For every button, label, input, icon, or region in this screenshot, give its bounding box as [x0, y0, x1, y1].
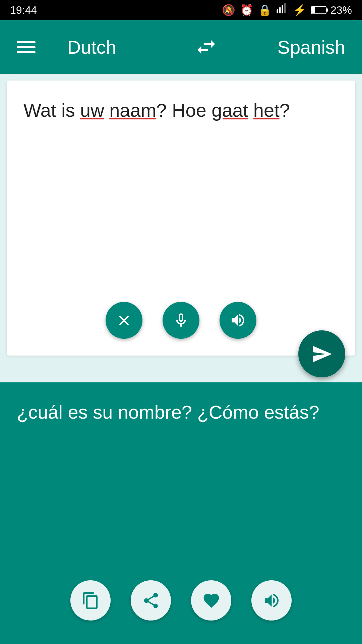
source-text[interactable]: Wat is uw naam? Hoe gaat het?	[7, 80, 355, 292]
status-icons: 🔕 ⏰ 🔒 ⚡ 23%	[222, 3, 352, 17]
word-uw: uw	[80, 100, 104, 121]
status-bar: 19:44 🔕 ⏰ 🔒 ⚡ 23%	[0, 0, 362, 20]
share-button[interactable]	[131, 580, 171, 621]
copy-button[interactable]	[70, 580, 111, 621]
translate-button[interactable]	[298, 330, 345, 377]
translation-panel: ¿cuál es su nombre? ¿Cómo estás?	[0, 382, 362, 644]
word-gaat: gaat	[212, 100, 248, 121]
time-display: 19:44	[10, 4, 37, 16]
signal-icon	[276, 3, 288, 17]
svg-rect-0	[277, 9, 278, 13]
svg-rect-5	[326, 8, 328, 12]
panels-wrapper: Wat is uw naam? Hoe gaat het?	[0, 74, 362, 644]
mute-icon: 🔕	[222, 4, 235, 16]
svg-rect-1	[279, 7, 281, 13]
svg-rect-2	[282, 5, 283, 13]
clear-button[interactable]	[106, 302, 142, 339]
translation-actions	[17, 574, 345, 631]
word-het: het	[253, 100, 280, 121]
lock-icon: 🔒	[258, 4, 272, 16]
battery-display: 23%	[311, 4, 352, 16]
svg-rect-3	[284, 3, 286, 13]
speak-translation-button[interactable]	[251, 580, 292, 621]
toolbar: Dutch Spanish	[0, 20, 362, 74]
battery-percent: 23%	[330, 4, 352, 16]
content-area: Wat is uw naam? Hoe gaat het?	[0, 74, 362, 644]
menu-button[interactable]	[17, 41, 36, 53]
translation-text: ¿cuál es su nombre? ¿Cómo estás?	[17, 399, 345, 574]
speak-source-button[interactable]	[220, 302, 256, 339]
alarm-icon: ⏰	[240, 4, 253, 16]
swap-languages-button[interactable]	[193, 34, 220, 60]
microphone-button[interactable]	[163, 302, 199, 339]
charging-icon: ⚡	[293, 4, 306, 16]
target-language-selector[interactable]: Spanish	[251, 36, 345, 58]
favorite-button[interactable]	[191, 580, 231, 621]
source-language-selector[interactable]: Dutch	[67, 36, 161, 58]
word-naam: naam	[109, 100, 156, 121]
svg-rect-6	[312, 7, 315, 13]
source-panel: Wat is uw naam? Hoe gaat het?	[7, 80, 355, 356]
